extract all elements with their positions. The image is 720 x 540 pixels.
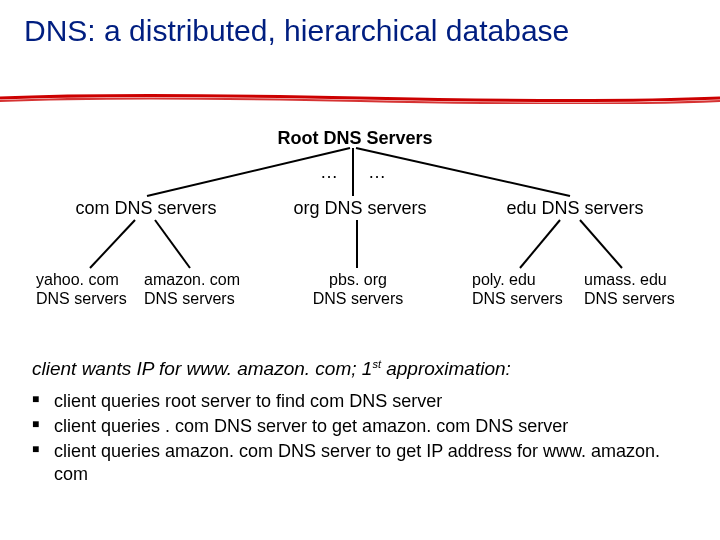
scenario-prefix: client wants IP for www. amazon. com; 1 [32,358,372,379]
com-dns-node: com DNS servers [66,198,226,220]
underline-brush [0,94,720,104]
bullet-item: client queries amazon. com DNS server to… [32,440,692,486]
node-text: yahoo. com [36,271,119,288]
node-text: pbs. org [329,271,387,288]
org-dns-node: org DNS servers [280,198,440,220]
scenario-suffix: approximation: [381,358,511,379]
ellipsis-right: … [368,162,386,184]
scenario-text: client wants IP for www. amazon. com; 1s… [32,358,692,380]
dns-hierarchy-diagram: Root DNS Servers … … com DNS servers org… [0,120,720,340]
slide-title: DNS: a distributed, hierarchical databas… [24,14,569,47]
pbs-dns-node: pbs. org DNS servers [298,270,418,308]
yahoo-dns-node: yahoo. com DNS servers [36,270,136,308]
node-text: DNS servers [36,290,127,307]
bullet-item: client queries . com DNS server to get a… [32,415,692,438]
node-text: DNS servers [144,290,235,307]
svg-line-4 [155,220,190,268]
node-text: poly. edu [472,271,536,288]
svg-line-7 [580,220,622,268]
bullet-item: client queries root server to find com D… [32,390,692,413]
svg-line-3 [90,220,135,268]
node-text: DNS servers [584,290,675,307]
scenario-sup: st [372,358,381,370]
root-dns-node: Root DNS Servers [250,128,460,150]
bullet-list: client queries root server to find com D… [32,390,692,486]
edu-dns-node: edu DNS servers [495,198,655,220]
svg-line-2 [356,148,570,196]
svg-line-6 [520,220,560,268]
ellipsis-left: … [320,162,338,184]
explanation-block: client wants IP for www. amazon. com; 1s… [32,358,692,488]
node-text: DNS servers [313,290,404,307]
node-text: amazon. com [144,271,240,288]
node-text: umass. edu [584,271,667,288]
node-text: DNS servers [472,290,563,307]
umass-dns-node: umass. edu DNS servers [584,270,694,308]
amazon-dns-node: amazon. com DNS servers [144,270,254,308]
poly-dns-node: poly. edu DNS servers [472,270,572,308]
